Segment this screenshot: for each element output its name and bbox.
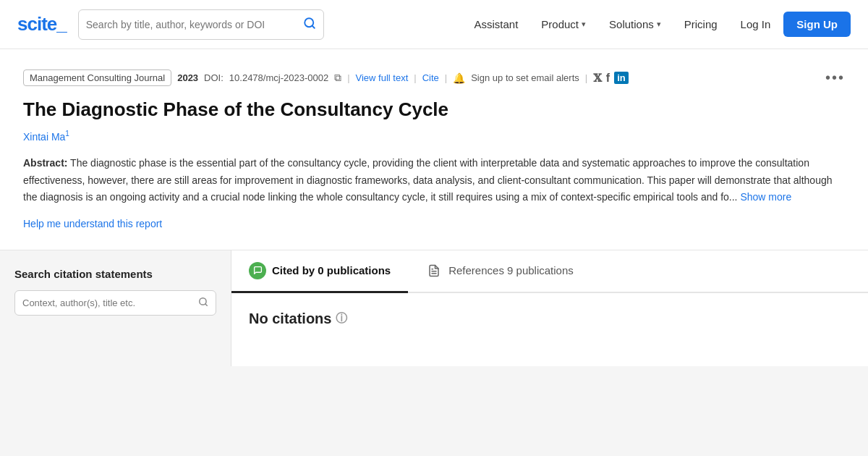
article-section: Management Consulting Journal 2023 DOI: … — [0, 49, 868, 250]
view-full-text-link[interactable]: View full text — [356, 72, 409, 83]
tab-references[interactable]: References 9 publications — [408, 250, 591, 293]
references-tab-icon — [425, 262, 443, 279]
social-icons: 𝕏 f in — [593, 72, 629, 85]
more-options-button[interactable]: ••• — [825, 69, 845, 86]
article-meta: Management Consulting Journal 2023 DOI: … — [23, 69, 845, 86]
show-more-link[interactable]: Show more — [740, 191, 791, 203]
nav: Assistant Product ▾ Solutions ▾ Pricing … — [464, 12, 851, 37]
facebook-icon[interactable]: f — [606, 72, 610, 85]
search-citations-title: Search citation statements — [14, 268, 216, 280]
right-panel: Cited by 0 publications References 9 pub… — [231, 250, 868, 366]
help-understand-link[interactable]: Help me understand this report — [23, 218, 162, 229]
nav-solutions[interactable]: Solutions ▾ — [599, 12, 671, 36]
no-citations-heading: No citations ⓘ — [249, 311, 851, 327]
svg-line-3 — [205, 303, 208, 305]
article-author[interactable]: Xintai Ma1 — [23, 130, 845, 143]
alert-text: Sign up to set email alerts — [471, 72, 579, 83]
linkedin-icon[interactable]: in — [614, 72, 629, 84]
tabs-bar: Cited by 0 publications References 9 pub… — [231, 250, 868, 293]
article-title: The Diagnostic Phase of the Consultancy … — [23, 98, 845, 122]
separator-2: | — [414, 72, 416, 83]
references-tab-label: References 9 publications — [448, 264, 574, 276]
nav-assistant[interactable]: Assistant — [464, 12, 528, 36]
journal-badge: Management Consulting Journal — [23, 69, 171, 86]
header: scite_ Assistant Product ▾ Solutions ▾ P… — [0, 0, 868, 49]
svg-line-1 — [312, 25, 314, 28]
separator-3: | — [445, 72, 447, 83]
nav-login[interactable]: Log In — [731, 12, 781, 36]
twitter-icon[interactable]: 𝕏 — [593, 72, 602, 85]
signup-button[interactable]: Sign Up — [783, 12, 851, 37]
citation-search-input[interactable] — [22, 297, 194, 308]
no-citations-info-icon[interactable]: ⓘ — [336, 311, 347, 326]
nav-product[interactable]: Product ▾ — [531, 12, 596, 36]
bottom-section: Search citation statements Cited by 0 pu… — [0, 250, 868, 366]
search-bar — [78, 9, 324, 40]
article-year: 2023 — [177, 72, 198, 83]
abstract-body: The diagnostic phase is the essential pa… — [23, 157, 833, 202]
citation-search-bar — [14, 290, 216, 316]
article-doi: 10.2478/mcj-2023-0002 — [229, 72, 328, 83]
nav-pricing[interactable]: Pricing — [674, 12, 728, 36]
search-icon — [303, 17, 316, 32]
author-affiliation-sup: 1 — [65, 130, 69, 138]
left-panel: Search citation statements — [0, 250, 231, 366]
abstract-label: Abstract: — [23, 157, 67, 169]
separator-1: | — [347, 72, 349, 83]
copy-doi-icon[interactable]: ⧉ — [334, 72, 341, 84]
product-chevron-icon: ▾ — [582, 20, 586, 29]
tab-content-cited: No citations ⓘ — [231, 293, 868, 366]
tab-cited[interactable]: Cited by 0 publications — [231, 250, 408, 293]
solutions-chevron-icon: ▾ — [657, 20, 661, 29]
cited-tab-label: Cited by 0 publications — [272, 264, 391, 276]
article-doi-label: DOI: — [204, 72, 224, 83]
cite-link[interactable]: Cite — [422, 72, 439, 83]
logo[interactable]: scite_ — [17, 13, 67, 35]
abstract-text: Abstract: The diagnostic phase is the es… — [23, 155, 845, 205]
citation-search-icon — [198, 297, 208, 309]
search-input[interactable] — [86, 19, 297, 30]
cited-tab-icon — [249, 262, 266, 279]
separator-4: | — [585, 72, 587, 83]
bell-icon[interactable]: 🔔 — [453, 72, 465, 84]
